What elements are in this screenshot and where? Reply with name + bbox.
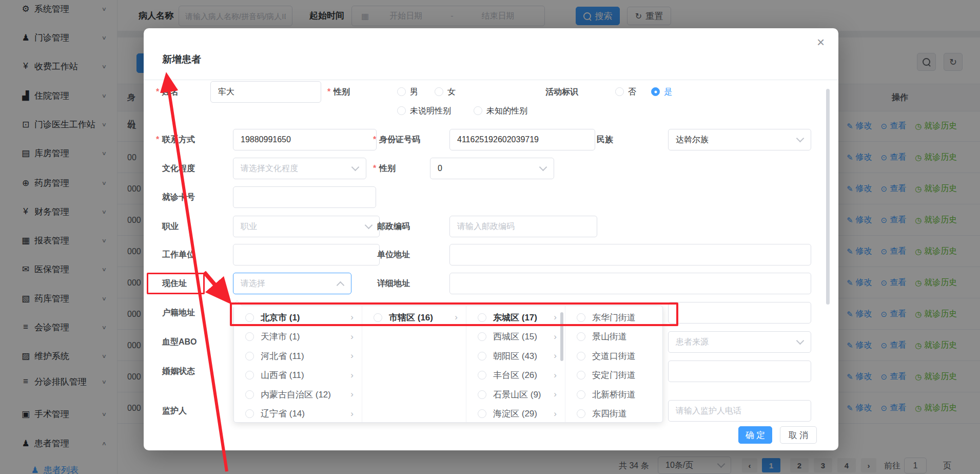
guardian-phone-input[interactable]: 请输入监护人电话: [668, 400, 811, 422]
cascader-option[interactable]: 朝阳区 (43)›: [466, 346, 565, 366]
cascader-option-label: 天津市 (1): [261, 331, 300, 343]
radio-unknown-gender[interactable]: [474, 106, 482, 115]
cascader-option[interactable]: 东华门街道: [565, 308, 662, 327]
chevron-right-icon: ›: [554, 332, 557, 342]
radio-no[interactable]: [615, 87, 624, 96]
cascader-option-label: 景山街道: [592, 331, 627, 343]
cascader-option[interactable]: 石景山区 (9)›: [466, 385, 565, 404]
gender-label: 性别: [334, 86, 350, 98]
employer-address-input[interactable]: [449, 244, 811, 266]
cascader-option-label: 西城区 (15): [493, 331, 537, 343]
ethnicity-select[interactable]: 达斡尔族: [668, 129, 811, 150]
cascader-option[interactable]: 安定门街道: [565, 366, 662, 385]
radio-icon[interactable]: [577, 371, 585, 380]
radio-female-label[interactable]: 女: [447, 86, 456, 98]
registered-address-input[interactable]: [668, 302, 811, 324]
education-select[interactable]: 请选择文化程度: [233, 158, 366, 179]
cascader-option[interactable]: 内蒙古自治区 (12)›: [234, 385, 362, 404]
cascader-option[interactable]: 丰台区 (26)›: [466, 366, 565, 385]
cascader-option-label: 河北省 (11): [261, 350, 304, 362]
address-cascader-panel: 北京市 (1)›天津市 (1)›河北省 (11)›山西省 (11)›内蒙古自治区…: [233, 306, 663, 423]
id-number-input[interactable]: 411625192602039719: [449, 129, 595, 150]
radio-icon[interactable]: [478, 313, 486, 322]
cascader-column-1: 市辖区 (16)›: [362, 306, 466, 422]
postal-input[interactable]: 请输入邮政编码: [449, 216, 597, 237]
radio-icon[interactable]: [577, 409, 585, 418]
cascader-option-label: 安定门街道: [592, 369, 636, 381]
chevron-right-icon: ›: [554, 389, 557, 400]
radio-male-label[interactable]: 男: [410, 86, 418, 98]
card-no-input[interactable]: [233, 186, 376, 208]
detail-address-input[interactable]: [449, 273, 811, 294]
cascader-option-label: 海淀区 (29): [493, 408, 537, 420]
chevron-down-icon: [365, 221, 373, 230]
radio-icon[interactable]: [245, 332, 254, 341]
cascader-option[interactable]: 交道口街道: [565, 346, 662, 366]
app-window: 病人名称 起始时间 ▦ 开始日期 - 结束日期 搜索 ↻ 重置 ↻ 身份 操作 …: [0, 0, 980, 474]
cascader-option[interactable]: 河北省 (11)›: [234, 346, 362, 366]
cascader-option-label: 北新桥街道: [592, 389, 636, 401]
cascader-option[interactable]: 东四街道: [565, 404, 662, 424]
cascader-option[interactable]: 辽宁省 (14)›: [234, 404, 362, 424]
employer-address-label: 单位地址: [377, 249, 410, 261]
marital-input[interactable]: [668, 361, 811, 382]
cascader-option[interactable]: 北京市 (1)›: [234, 308, 362, 327]
occupation-select[interactable]: 职业: [233, 216, 380, 237]
modal-scrollbar[interactable]: [826, 89, 830, 305]
blood-type-label: 血型ABO: [162, 336, 197, 348]
employer-input[interactable]: [233, 244, 380, 266]
cascader-option[interactable]: 天津市 (1)›: [234, 327, 362, 347]
chevron-up-icon: [337, 281, 345, 290]
confirm-button[interactable]: 确 定: [738, 426, 772, 444]
radio-male[interactable]: [397, 87, 406, 96]
radio-unknown-gender-label[interactable]: 未知的性别: [486, 105, 527, 117]
cascader-option[interactable]: 北新桥街道: [565, 385, 662, 404]
radio-icon[interactable]: [577, 313, 585, 322]
cascader-option[interactable]: 东城区 (17)›: [466, 308, 565, 327]
name-input[interactable]: 牢大: [210, 81, 321, 103]
radio-icon[interactable]: [245, 371, 254, 380]
guardian-label: 监护人: [162, 405, 187, 417]
active-flag-label: 活动标识: [545, 86, 578, 98]
radio-yes[interactable]: [651, 87, 660, 96]
cascader-option[interactable]: 山西省 (11)›: [234, 366, 362, 385]
chevron-down-icon: [796, 337, 805, 345]
cascader-option[interactable]: 海淀区 (29)›: [466, 404, 565, 424]
radio-icon[interactable]: [478, 371, 486, 380]
add-patient-modal: 新增患者 × * 姓名 牢大 * 性别 男 女 活动标识 否 是 未说明性别 未…: [144, 28, 838, 450]
radio-icon[interactable]: [245, 390, 254, 399]
cascader-scrollbar[interactable]: [560, 312, 563, 361]
radio-icon[interactable]: [478, 390, 486, 399]
patient-source-select[interactable]: 患者来源: [668, 331, 811, 353]
radio-icon[interactable]: [478, 332, 486, 341]
radio-female[interactable]: [435, 87, 443, 96]
contact-input[interactable]: 19880991650: [233, 129, 377, 150]
radio-icon[interactable]: [478, 409, 486, 418]
cascader-option[interactable]: 市辖区 (16)›: [362, 308, 466, 327]
chevron-right-icon: ›: [350, 332, 354, 342]
gender2-select[interactable]: 0: [430, 158, 554, 179]
radio-icon[interactable]: [245, 409, 254, 418]
radio-icon[interactable]: [245, 352, 254, 361]
radio-icon[interactable]: [577, 352, 585, 361]
current-address-cascader-trigger[interactable]: 请选择: [233, 273, 351, 294]
occupation-label: 职业: [162, 220, 179, 233]
cascader-option-label: 山西省 (11): [261, 369, 304, 381]
card-no-label: 就诊卡号: [162, 191, 195, 203]
radio-icon[interactable]: [577, 332, 585, 341]
close-icon[interactable]: ×: [817, 35, 825, 49]
chevron-right-icon: ›: [554, 351, 557, 361]
cancel-button[interactable]: 取 消: [780, 426, 817, 444]
radio-icon[interactable]: [478, 352, 486, 361]
radio-no-label[interactable]: 否: [628, 86, 636, 98]
radio-icon[interactable]: [245, 313, 254, 322]
radio-unexplained-gender-label[interactable]: 未说明性别: [410, 105, 451, 117]
radio-unexplained-gender[interactable]: [397, 106, 406, 115]
radio-yes-label[interactable]: 是: [664, 86, 672, 98]
radio-icon[interactable]: [374, 313, 382, 322]
chevron-right-icon: ›: [350, 389, 354, 400]
cascader-option[interactable]: 景山街道: [565, 327, 662, 347]
cascader-option[interactable]: 西城区 (15)›: [466, 327, 565, 347]
required-star: *: [373, 134, 376, 146]
radio-icon[interactable]: [577, 390, 585, 399]
